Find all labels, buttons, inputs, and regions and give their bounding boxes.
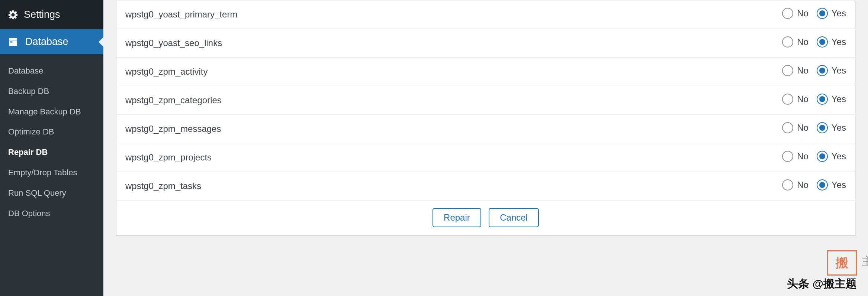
option-yes[interactable]: Yes: [817, 65, 846, 76]
admin-sidebar: Settings Database DatabaseBackup DBManag…: [0, 0, 103, 296]
option-no[interactable]: No: [782, 8, 808, 19]
table-row: wpstg0_zpm_projectsNoYes: [116, 143, 855, 172]
option-label-no: No: [797, 37, 808, 47]
action-bar: Repair Cancel: [116, 201, 855, 235]
sidebar-item-database[interactable]: Database: [0, 29, 103, 54]
watermark: 搬 头条 @搬主题: [787, 250, 857, 292]
radio-no[interactable]: [782, 151, 793, 162]
option-label-no: No: [797, 8, 808, 19]
sidebar-item-settings[interactable]: Settings: [0, 0, 103, 29]
option-label-no: No: [797, 94, 808, 104]
table-row: wpstg0_zpm_tasksNoYes: [116, 172, 855, 201]
option-yes[interactable]: Yes: [817, 94, 846, 105]
sidebar-subitem-optimize-db[interactable]: Optimize DB: [0, 122, 103, 142]
table-options-cell: NoYes: [721, 29, 855, 58]
option-label-yes: Yes: [832, 65, 846, 76]
option-label-no: No: [797, 65, 808, 76]
radio-no[interactable]: [782, 94, 793, 105]
table-name-cell: wpstg0_zpm_categories: [116, 86, 721, 115]
database-icon: [7, 36, 19, 48]
option-no[interactable]: No: [782, 36, 808, 48]
table-options-cell: NoYes: [721, 58, 855, 86]
option-label-yes: Yes: [832, 180, 846, 190]
radio-yes[interactable]: [817, 179, 828, 191]
sidebar-label-settings: Settings: [24, 9, 60, 20]
table-row: wpstg0_yoast_seo_linksNoYes: [116, 29, 855, 58]
table-options-cell: NoYes: [721, 172, 855, 201]
option-no[interactable]: No: [782, 94, 808, 105]
table-row: wpstg0_yoast_primary_termNoYes: [116, 0, 855, 29]
option-yes[interactable]: Yes: [817, 8, 846, 19]
radio-no[interactable]: [782, 122, 793, 133]
table-name-cell: wpstg0_zpm_activity: [116, 58, 721, 86]
table-name-cell: wpstg0_yoast_seo_links: [116, 29, 721, 58]
option-yes[interactable]: Yes: [817, 36, 846, 48]
settings-icon: [7, 9, 19, 20]
option-label-no: No: [797, 180, 808, 190]
sidebar-submenu: DatabaseBackup DBManage Backup DBOptimiz…: [0, 54, 103, 296]
sidebar-subitem-db-options[interactable]: DB Options: [0, 204, 103, 224]
radio-yes[interactable]: [817, 94, 828, 105]
repair-button[interactable]: Repair: [433, 208, 481, 227]
radio-yes[interactable]: [817, 36, 828, 48]
table-options-cell: NoYes: [721, 143, 855, 172]
option-label-yes: Yes: [832, 94, 846, 104]
table-row: wpstg0_zpm_messagesNoYes: [116, 115, 855, 143]
table-name-cell: wpstg0_zpm_projects: [116, 143, 721, 172]
radio-yes[interactable]: [817, 122, 828, 133]
table-options-cell: NoYes: [721, 115, 855, 143]
radio-yes[interactable]: [817, 8, 828, 19]
table-row: wpstg0_zpm_categoriesNoYes: [116, 86, 855, 115]
sidebar-subitem-run-sql-query[interactable]: Run SQL Query: [0, 183, 103, 204]
sidebar-subitem-empty-drop-tables[interactable]: Empty/Drop Tables: [0, 163, 103, 183]
option-label-yes: Yes: [832, 151, 846, 162]
repair-db-panel: wpstg0_yoast_primary_termNoYeswpstg0_yoa…: [116, 0, 855, 236]
option-label-yes: Yes: [832, 37, 846, 47]
radio-yes[interactable]: [817, 65, 828, 76]
option-no[interactable]: No: [782, 179, 808, 191]
radio-no[interactable]: [782, 8, 793, 19]
radio-yes[interactable]: [817, 151, 828, 162]
option-yes[interactable]: Yes: [817, 122, 846, 133]
sidebar-subitem-database[interactable]: Database: [0, 61, 103, 81]
option-label-no: No: [797, 151, 808, 162]
option-yes[interactable]: Yes: [817, 179, 846, 191]
sidebar-subitem-backup-db[interactable]: Backup DB: [0, 81, 103, 102]
option-yes[interactable]: Yes: [817, 151, 846, 162]
option-label-no: No: [797, 123, 808, 133]
cancel-button[interactable]: Cancel: [489, 208, 539, 227]
table-name-cell: wpstg0_zpm_tasks: [116, 172, 721, 201]
watermark-byline: 头条 @搬主题: [787, 276, 857, 292]
sidebar-label-database: Database: [25, 36, 68, 48]
radio-no[interactable]: [782, 179, 793, 191]
option-label-yes: Yes: [832, 123, 846, 133]
radio-no[interactable]: [782, 36, 793, 48]
table-row: wpstg0_zpm_activityNoYes: [116, 58, 855, 86]
option-label-yes: Yes: [832, 8, 846, 19]
sidebar-subitem-repair-db[interactable]: Repair DB: [0, 142, 103, 163]
option-no[interactable]: No: [782, 65, 808, 76]
option-no[interactable]: No: [782, 122, 808, 133]
table-options-cell: NoYes: [721, 0, 855, 29]
table-name-cell: wpstg0_zpm_messages: [116, 115, 721, 143]
table-name-cell: wpstg0_yoast_primary_term: [116, 0, 721, 29]
main-content: wpstg0_yoast_primary_termNoYeswpstg0_yoa…: [103, 0, 868, 296]
table-options-cell: NoYes: [721, 86, 855, 115]
watermark-seal: 搬: [827, 250, 857, 276]
tables-list: wpstg0_yoast_primary_termNoYeswpstg0_yoa…: [116, 0, 855, 201]
radio-no[interactable]: [782, 65, 793, 76]
option-no[interactable]: No: [782, 151, 808, 162]
sidebar-subitem-manage-backup-db[interactable]: Manage Backup DB: [0, 102, 103, 122]
